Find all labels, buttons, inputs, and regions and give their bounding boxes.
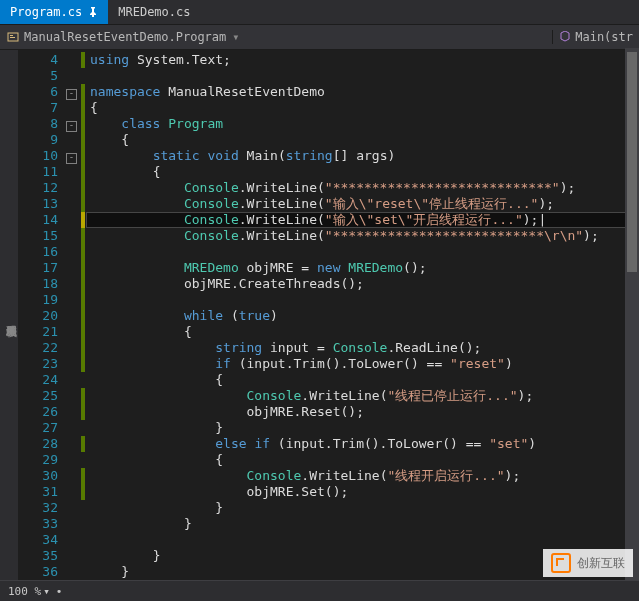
watermark-text: 创新互联 — [577, 555, 625, 572]
zoom-dropdown[interactable]: 100 % ▾ — [8, 585, 50, 598]
code-editor[interactable]: 4567891011121314151617181920212223242526… — [18, 50, 639, 580]
svg-rect-1 — [10, 35, 13, 36]
zoom-value: 100 % — [8, 585, 41, 598]
tab-program-cs[interactable]: Program.cs — [0, 0, 108, 24]
chevron-down-icon[interactable]: ▾ — [230, 30, 241, 44]
breadcrumb-member[interactable]: Main(str — [575, 30, 633, 44]
navigation-bar: ManualResetEventDemo.Program ▾ Main(str — [0, 25, 639, 50]
breadcrumb-namespace[interactable]: ManualResetEventDemo.Program — [24, 30, 226, 44]
pin-icon[interactable] — [88, 7, 98, 17]
svg-rect-2 — [10, 37, 15, 38]
tab-label: Program.cs — [10, 5, 82, 19]
watermark: 创新互联 — [543, 549, 633, 577]
outline-gutter[interactable]: --- — [66, 50, 80, 580]
line-number-gutter: 4567891011121314151617181920212223242526… — [18, 50, 66, 580]
watermark-logo-icon — [551, 553, 571, 573]
bullet-icon: • — [56, 585, 63, 598]
tab-label: MREDemo.cs — [118, 5, 190, 19]
tab-bar: Program.cs MREDemo.cs — [0, 0, 639, 25]
code-area[interactable]: using System.Text;namespace ManualResetE… — [86, 50, 639, 580]
method-icon — [559, 31, 571, 43]
chevron-down-icon: ▾ — [43, 585, 50, 598]
class-icon — [6, 30, 20, 44]
status-bar: 100 % ▾ • — [0, 580, 639, 601]
tab-mredemo-cs[interactable]: MREDemo.cs — [108, 0, 200, 24]
side-toolstrip: 服务器调用堆栈 工具箱 — [0, 50, 18, 580]
